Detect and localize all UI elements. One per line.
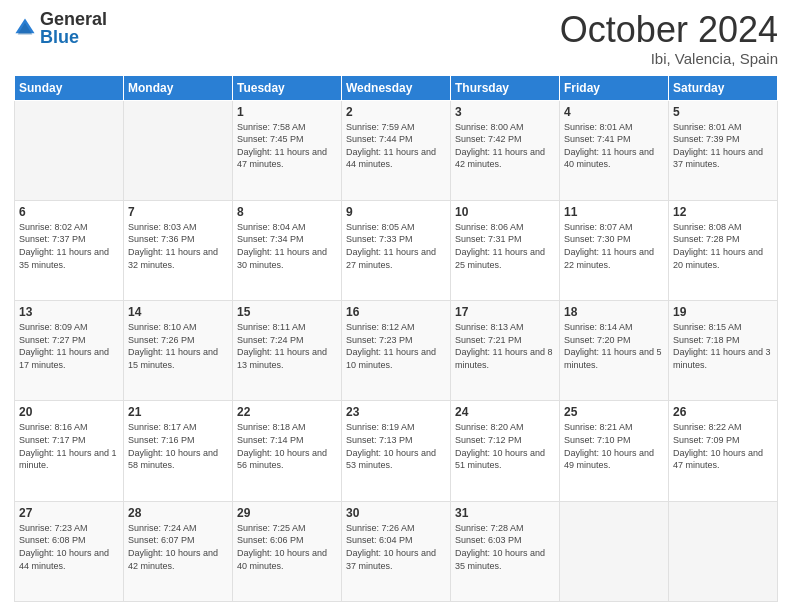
day-info: Sunrise: 8:22 AMSunset: 7:09 PMDaylight:…: [673, 421, 773, 471]
table-row: 7Sunrise: 8:03 AMSunset: 7:36 PMDaylight…: [124, 200, 233, 300]
page: General Blue October 2024 Ibi, Valencia,…: [0, 0, 792, 612]
day-info: Sunrise: 7:28 AMSunset: 6:03 PMDaylight:…: [455, 522, 555, 572]
day-info: Sunrise: 8:17 AMSunset: 7:16 PMDaylight:…: [128, 421, 228, 471]
day-info: Sunrise: 8:19 AMSunset: 7:13 PMDaylight:…: [346, 421, 446, 471]
col-wednesday: Wednesday: [342, 75, 451, 100]
table-row: 27Sunrise: 7:23 AMSunset: 6:08 PMDayligh…: [15, 501, 124, 601]
table-row: 18Sunrise: 8:14 AMSunset: 7:20 PMDayligh…: [560, 301, 669, 401]
day-number: 17: [455, 305, 555, 319]
day-number: 20: [19, 405, 119, 419]
day-info: Sunrise: 8:01 AMSunset: 7:39 PMDaylight:…: [673, 121, 773, 171]
day-info: Sunrise: 8:10 AMSunset: 7:26 PMDaylight:…: [128, 321, 228, 371]
day-number: 6: [19, 205, 119, 219]
day-number: 11: [564, 205, 664, 219]
day-number: 13: [19, 305, 119, 319]
day-info: Sunrise: 8:12 AMSunset: 7:23 PMDaylight:…: [346, 321, 446, 371]
week-row-1: 1Sunrise: 7:58 AMSunset: 7:45 PMDaylight…: [15, 100, 778, 200]
col-sunday: Sunday: [15, 75, 124, 100]
logo-blue-text: Blue: [40, 28, 107, 46]
day-number: 27: [19, 506, 119, 520]
day-info: Sunrise: 8:16 AMSunset: 7:17 PMDaylight:…: [19, 421, 119, 471]
day-number: 3: [455, 105, 555, 119]
table-row: 21Sunrise: 8:17 AMSunset: 7:16 PMDayligh…: [124, 401, 233, 501]
table-row: 6Sunrise: 8:02 AMSunset: 7:37 PMDaylight…: [15, 200, 124, 300]
day-info: Sunrise: 8:11 AMSunset: 7:24 PMDaylight:…: [237, 321, 337, 371]
day-number: 8: [237, 205, 337, 219]
table-row: 19Sunrise: 8:15 AMSunset: 7:18 PMDayligh…: [669, 301, 778, 401]
table-row: 22Sunrise: 8:18 AMSunset: 7:14 PMDayligh…: [233, 401, 342, 501]
day-info: Sunrise: 8:05 AMSunset: 7:33 PMDaylight:…: [346, 221, 446, 271]
week-row-3: 13Sunrise: 8:09 AMSunset: 7:27 PMDayligh…: [15, 301, 778, 401]
day-number: 2: [346, 105, 446, 119]
day-number: 18: [564, 305, 664, 319]
day-info: Sunrise: 8:20 AMSunset: 7:12 PMDaylight:…: [455, 421, 555, 471]
day-info: Sunrise: 7:24 AMSunset: 6:07 PMDaylight:…: [128, 522, 228, 572]
day-number: 19: [673, 305, 773, 319]
day-number: 1: [237, 105, 337, 119]
day-number: 26: [673, 405, 773, 419]
day-number: 24: [455, 405, 555, 419]
table-row: [124, 100, 233, 200]
day-info: Sunrise: 8:01 AMSunset: 7:41 PMDaylight:…: [564, 121, 664, 171]
table-row: 28Sunrise: 7:24 AMSunset: 6:07 PMDayligh…: [124, 501, 233, 601]
table-row: 3Sunrise: 8:00 AMSunset: 7:42 PMDaylight…: [451, 100, 560, 200]
day-info: Sunrise: 8:08 AMSunset: 7:28 PMDaylight:…: [673, 221, 773, 271]
day-number: 29: [237, 506, 337, 520]
table-row: [15, 100, 124, 200]
week-row-4: 20Sunrise: 8:16 AMSunset: 7:17 PMDayligh…: [15, 401, 778, 501]
table-row: 16Sunrise: 8:12 AMSunset: 7:23 PMDayligh…: [342, 301, 451, 401]
logo-text: General Blue: [40, 10, 107, 46]
title-block: October 2024 Ibi, Valencia, Spain: [560, 10, 778, 67]
day-info: Sunrise: 8:21 AMSunset: 7:10 PMDaylight:…: [564, 421, 664, 471]
table-row: 30Sunrise: 7:26 AMSunset: 6:04 PMDayligh…: [342, 501, 451, 601]
table-row: 11Sunrise: 8:07 AMSunset: 7:30 PMDayligh…: [560, 200, 669, 300]
table-row: 14Sunrise: 8:10 AMSunset: 7:26 PMDayligh…: [124, 301, 233, 401]
day-number: 16: [346, 305, 446, 319]
day-number: 14: [128, 305, 228, 319]
day-info: Sunrise: 7:25 AMSunset: 6:06 PMDaylight:…: [237, 522, 337, 572]
table-row: 29Sunrise: 7:25 AMSunset: 6:06 PMDayligh…: [233, 501, 342, 601]
day-number: 7: [128, 205, 228, 219]
table-row: 9Sunrise: 8:05 AMSunset: 7:33 PMDaylight…: [342, 200, 451, 300]
table-row: 20Sunrise: 8:16 AMSunset: 7:17 PMDayligh…: [15, 401, 124, 501]
logo-general-text: General: [40, 10, 107, 28]
title-month: October 2024: [560, 10, 778, 50]
col-monday: Monday: [124, 75, 233, 100]
table-row: 13Sunrise: 8:09 AMSunset: 7:27 PMDayligh…: [15, 301, 124, 401]
table-row: 15Sunrise: 8:11 AMSunset: 7:24 PMDayligh…: [233, 301, 342, 401]
table-row: 24Sunrise: 8:20 AMSunset: 7:12 PMDayligh…: [451, 401, 560, 501]
table-row: 26Sunrise: 8:22 AMSunset: 7:09 PMDayligh…: [669, 401, 778, 501]
day-info: Sunrise: 8:00 AMSunset: 7:42 PMDaylight:…: [455, 121, 555, 171]
logo: General Blue: [14, 10, 107, 46]
calendar-table: Sunday Monday Tuesday Wednesday Thursday…: [14, 75, 778, 602]
table-row: 8Sunrise: 8:04 AMSunset: 7:34 PMDaylight…: [233, 200, 342, 300]
day-number: 4: [564, 105, 664, 119]
table-row: 4Sunrise: 8:01 AMSunset: 7:41 PMDaylight…: [560, 100, 669, 200]
table-row: 17Sunrise: 8:13 AMSunset: 7:21 PMDayligh…: [451, 301, 560, 401]
day-info: Sunrise: 8:14 AMSunset: 7:20 PMDaylight:…: [564, 321, 664, 371]
day-number: 22: [237, 405, 337, 419]
day-number: 23: [346, 405, 446, 419]
table-row: 5Sunrise: 8:01 AMSunset: 7:39 PMDaylight…: [669, 100, 778, 200]
table-row: 23Sunrise: 8:19 AMSunset: 7:13 PMDayligh…: [342, 401, 451, 501]
day-info: Sunrise: 8:02 AMSunset: 7:37 PMDaylight:…: [19, 221, 119, 271]
day-number: 5: [673, 105, 773, 119]
day-number: 12: [673, 205, 773, 219]
day-info: Sunrise: 8:03 AMSunset: 7:36 PMDaylight:…: [128, 221, 228, 271]
table-row: 25Sunrise: 8:21 AMSunset: 7:10 PMDayligh…: [560, 401, 669, 501]
day-info: Sunrise: 7:59 AMSunset: 7:44 PMDaylight:…: [346, 121, 446, 171]
col-saturday: Saturday: [669, 75, 778, 100]
day-number: 21: [128, 405, 228, 419]
day-info: Sunrise: 8:04 AMSunset: 7:34 PMDaylight:…: [237, 221, 337, 271]
header: General Blue October 2024 Ibi, Valencia,…: [14, 10, 778, 67]
table-row: 12Sunrise: 8:08 AMSunset: 7:28 PMDayligh…: [669, 200, 778, 300]
day-info: Sunrise: 8:07 AMSunset: 7:30 PMDaylight:…: [564, 221, 664, 271]
col-thursday: Thursday: [451, 75, 560, 100]
week-row-2: 6Sunrise: 8:02 AMSunset: 7:37 PMDaylight…: [15, 200, 778, 300]
day-number: 31: [455, 506, 555, 520]
day-info: Sunrise: 8:13 AMSunset: 7:21 PMDaylight:…: [455, 321, 555, 371]
table-row: 31Sunrise: 7:28 AMSunset: 6:03 PMDayligh…: [451, 501, 560, 601]
table-row: 1Sunrise: 7:58 AMSunset: 7:45 PMDaylight…: [233, 100, 342, 200]
day-info: Sunrise: 7:58 AMSunset: 7:45 PMDaylight:…: [237, 121, 337, 171]
day-number: 28: [128, 506, 228, 520]
